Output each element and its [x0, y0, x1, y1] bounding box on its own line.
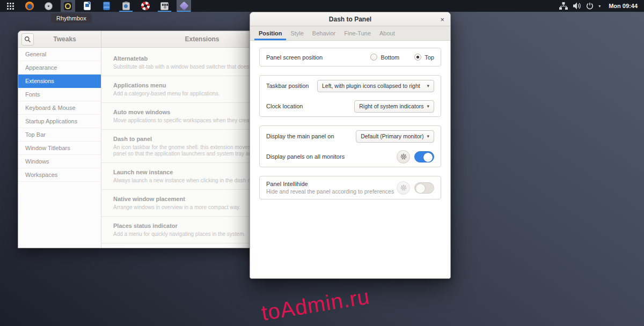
close-button[interactable]: ×: [440, 12, 444, 26]
sidebar-item-appearance[interactable]: Appearance: [18, 61, 101, 75]
intellihide-labels: Panel Intellihide Hide and reveal the pa…: [266, 181, 394, 195]
firefox-icon: [25, 2, 34, 10]
panel-screen-position-label: Panel screen position: [266, 54, 323, 61]
sidebar-item-extensions[interactable]: Extensions: [18, 75, 101, 88]
taskbar-position-row: Taskbar position Left, with plugin icons…: [260, 76, 441, 96]
rhythmbox-icon: [64, 2, 72, 10]
display-main-panel-label: Display the main panel on: [266, 133, 334, 139]
dialog-tab-bar: Position Style Behavior Fine-Tune About: [250, 26, 450, 41]
display-main-panel-row: Display the main panel on Default (Prima…: [260, 126, 441, 146]
dropdown-caret-icon: ▾: [427, 103, 429, 109]
tweaks-sidebar: General Appearance Extensions Fonts Keyb…: [18, 48, 101, 248]
radio-bottom[interactable]: Bottom: [370, 54, 399, 61]
rhythmbox-button[interactable]: [61, 0, 75, 12]
file-manager-icon: [103, 2, 110, 10]
radio-top-icon: [414, 54, 421, 61]
dialog-content: Panel screen position Bottom Top Taskbar…: [250, 41, 450, 278]
intellihide-toggle[interactable]: [414, 182, 434, 194]
screenshot-tool-button[interactable]: [119, 0, 133, 12]
tab-style[interactable]: Style: [286, 26, 308, 40]
libreoffice-writer-icon: [84, 2, 91, 10]
extensions-app-button[interactable]: [177, 0, 191, 12]
panel-position-card: Panel screen position Bottom Top: [259, 48, 441, 66]
topbar-spacer: [196, 0, 559, 12]
search-button[interactable]: [21, 33, 34, 46]
panel-screen-position-row: Panel screen position Bottom Top: [260, 48, 441, 66]
power-icon: [586, 2, 594, 10]
clock-location-row: Clock location Right of system indicator…: [260, 96, 441, 116]
taskbar-position-dropdown[interactable]: Left, with plugin icons collapsed to rig…: [317, 80, 434, 92]
taskbar-clock-card: Taskbar position Left, with plugin icons…: [259, 75, 441, 117]
dialog-title: Dash to Panel: [329, 16, 371, 23]
display-all-monitors-controls: [397, 150, 434, 164]
network-icon: [559, 2, 568, 10]
app-grid-icon: [6, 2, 14, 10]
media-disc-button[interactable]: [41, 0, 56, 12]
dash-to-panel-dialog: Dash to Panel × Position Style Behavior …: [250, 12, 451, 279]
panel-position-radio-group: Bottom Top: [370, 54, 434, 61]
help-button[interactable]: [138, 0, 152, 12]
tweaks-window-title: Tweaks: [34, 35, 101, 43]
tab-behavior[interactable]: Behavior: [308, 26, 340, 40]
extensions-diamond-icon: [179, 2, 188, 11]
intellihide-controls: [397, 181, 434, 195]
search-icon: [24, 36, 31, 43]
sidebar-item-startup-applications[interactable]: Startup Applications: [18, 115, 101, 128]
sidebar-item-window-titlebars[interactable]: Window Titlebars: [18, 142, 101, 155]
intellihide-settings-button[interactable]: [397, 181, 410, 195]
libreoffice-writer-button[interactable]: [80, 0, 94, 12]
screenshot-tool-icon: [122, 2, 130, 10]
clock-location-dropdown[interactable]: Right of system indicators ▾: [354, 100, 434, 113]
clock-label[interactable]: Mon 09:44: [609, 3, 638, 9]
cash-register-icon: [160, 2, 169, 10]
sidebar-item-fonts[interactable]: Fonts: [18, 88, 101, 101]
taskbar-position-label: Taskbar position: [266, 83, 309, 89]
intellihide-card: Panel Intellihide Hide and reveal the pa…: [259, 176, 441, 199]
sidebar-item-general[interactable]: General: [18, 48, 101, 61]
display-all-monitors-toggle[interactable]: [414, 151, 434, 162]
monitors-card: Display the main panel on Default (Prima…: [259, 125, 441, 167]
dropdown-caret-icon: ▾: [427, 134, 429, 139]
dialog-titlebar: Dash to Panel ×: [250, 12, 450, 26]
display-all-monitors-settings-button[interactable]: [397, 150, 410, 164]
tab-position[interactable]: Position: [254, 26, 286, 40]
sidebar-item-keyboard-mouse[interactable]: Keyboard & Mouse: [18, 101, 101, 115]
top-panel: ▾ Mon 09:44: [0, 0, 644, 12]
help-lifebuoy-icon: [141, 2, 150, 10]
display-all-monitors-label: Display panels on all monitors: [266, 153, 345, 160]
media-disc-icon: [45, 2, 53, 10]
rhythmbox-tooltip: Rhythmbox: [51, 13, 92, 23]
radio-bottom-icon: [370, 54, 377, 61]
file-manager-button[interactable]: [99, 0, 114, 12]
intellihide-sublabel: Hide and reveal the panel according to p…: [266, 188, 394, 195]
intellihide-row: Panel Intellihide Hide and reveal the pa…: [260, 176, 441, 199]
sidebar-item-workspaces[interactable]: Workspaces: [18, 168, 101, 182]
watermark: toAdmin.ru: [260, 284, 371, 325]
sidebar-item-windows[interactable]: Windows: [18, 155, 101, 168]
system-status-area[interactable]: ▾ Mon 09:44: [559, 0, 644, 12]
tab-fine-tune[interactable]: Fine-Tune: [340, 26, 375, 40]
tweaks-headerbar-left: Tweaks: [18, 31, 101, 47]
radio-top[interactable]: Top: [414, 54, 434, 61]
display-all-monitors-row: Display panels on all monitors: [260, 146, 441, 167]
cash-register-button[interactable]: [157, 0, 172, 12]
gear-icon: [400, 153, 407, 160]
dropdown-caret-icon: ▾: [427, 83, 429, 88]
chevron-down-icon: ▾: [598, 4, 601, 9]
volume-icon: [573, 2, 581, 10]
intellihide-label: Panel Intellihide: [266, 181, 394, 187]
sidebar-item-top-bar[interactable]: Top Bar: [18, 128, 101, 142]
tab-about[interactable]: About: [375, 26, 399, 40]
taskbar-app-list: [0, 0, 196, 12]
gear-icon: [400, 184, 407, 191]
display-main-panel-dropdown[interactable]: Default (Primary monitor) ▾: [356, 130, 434, 143]
firefox-button[interactable]: [22, 0, 36, 12]
clock-location-label: Clock location: [266, 103, 303, 109]
app-grid-button[interactable]: [3, 0, 17, 12]
